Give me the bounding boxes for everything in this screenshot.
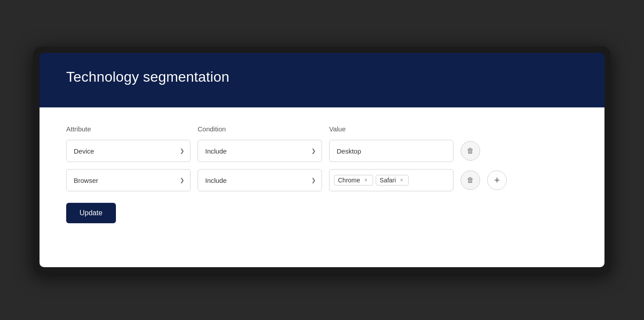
tag-safari: Safari × <box>376 175 409 186</box>
tag-remove-safari[interactable]: × <box>398 177 405 183</box>
table-header: Attribute Condition Value <box>66 125 578 133</box>
condition-select-1[interactable]: Include Exclude <box>198 140 322 162</box>
value-header: Value <box>329 125 346 133</box>
table-row: Device Browser OS ❯ Include Exclude ❯ <box>66 169 578 191</box>
condition-select-2[interactable]: Include Exclude <box>198 169 322 191</box>
page-header: Technology segmentation <box>40 53 604 107</box>
attribute-select-1[interactable]: Device Browser OS <box>66 140 191 162</box>
table-row: Device Browser OS ❯ Include Exclude ❯ 🗑 <box>66 140 578 162</box>
attribute-select-wrapper-1: Device Browser OS ❯ <box>66 140 191 162</box>
trash-icon: 🗑 <box>467 176 474 184</box>
tag-label: Safari <box>380 177 396 184</box>
page-body: Attribute Condition Value Device Browser… <box>40 107 604 267</box>
page-title: Technology segmentation <box>66 69 578 85</box>
condition-select-wrapper-2: Include Exclude ❯ <box>198 169 322 191</box>
screen-wrapper: Technology segmentation Attribute Condit… <box>33 47 611 273</box>
tag-label: Chrome <box>338 177 360 184</box>
trash-icon: 🗑 <box>467 147 474 155</box>
update-button[interactable]: Update <box>66 203 116 223</box>
tag-chrome: Chrome × <box>334 175 373 186</box>
attribute-select-wrapper-2: Device Browser OS ❯ <box>66 169 191 191</box>
condition-header: Condition <box>198 125 322 133</box>
tags-input-2[interactable]: Chrome × Safari × <box>329 169 453 191</box>
plus-icon <box>494 174 500 186</box>
attribute-header: Attribute <box>66 125 191 133</box>
attribute-select-2[interactable]: Device Browser OS <box>66 169 191 191</box>
delete-row-2-button[interactable]: 🗑 <box>461 170 480 190</box>
condition-select-wrapper-1: Include Exclude ❯ <box>198 140 322 162</box>
tag-remove-chrome[interactable]: × <box>363 177 369 183</box>
value-input-1[interactable] <box>329 140 453 162</box>
add-row-button[interactable] <box>487 170 507 190</box>
delete-row-1-button[interactable]: 🗑 <box>461 141 480 161</box>
screen-inner: Technology segmentation Attribute Condit… <box>40 53 604 267</box>
